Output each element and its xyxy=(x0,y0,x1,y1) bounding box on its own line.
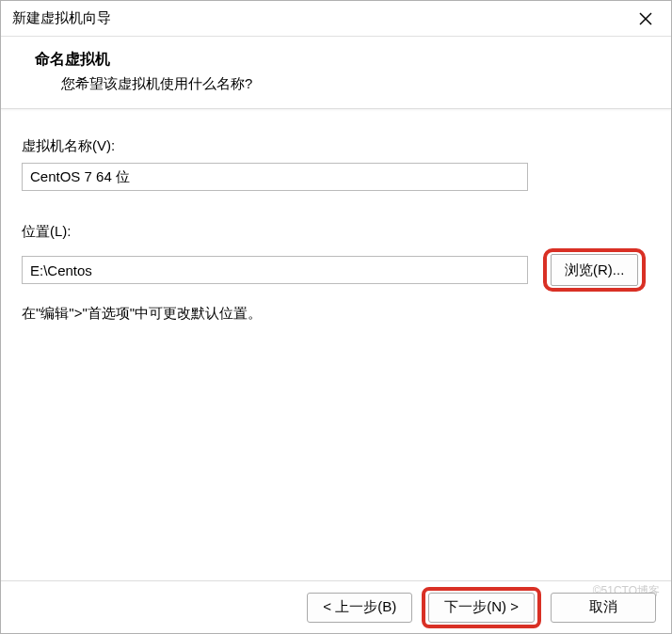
page-subtitle: 您希望该虚拟机使用什么名称? xyxy=(35,75,652,93)
back-button[interactable]: < 上一步(B) xyxy=(307,593,412,623)
location-group: 位置(L): 浏览(R)... xyxy=(22,223,650,292)
wizard-header: 命名虚拟机 您希望该虚拟机使用什么名称? xyxy=(1,37,671,108)
vm-name-input[interactable] xyxy=(22,163,528,191)
vm-name-label: 虚拟机名称(V): xyxy=(22,137,650,155)
location-input[interactable] xyxy=(22,256,528,284)
title-bar: 新建虚拟机向导 xyxy=(1,1,671,37)
page-title: 命名虚拟机 xyxy=(35,50,652,70)
location-label: 位置(L): xyxy=(22,223,650,241)
button-bar: < 上一步(B) 下一步(N) > 取消 xyxy=(1,580,671,633)
content-area: 虚拟机名称(V): 位置(L): 浏览(R)... 在"编辑">"首选项"中可更… xyxy=(1,109,671,323)
next-highlight: 下一步(N) > xyxy=(422,587,541,628)
browse-highlight: 浏览(R)... xyxy=(543,248,646,292)
cancel-button[interactable]: 取消 xyxy=(551,593,656,623)
close-icon[interactable] xyxy=(632,5,660,33)
location-row: 浏览(R)... xyxy=(22,248,650,292)
browse-button[interactable]: 浏览(R)... xyxy=(551,254,638,286)
hint-text: 在"编辑">"首选项"中可更改默认位置。 xyxy=(22,305,650,323)
next-button[interactable]: 下一步(N) > xyxy=(428,593,535,623)
window-title: 新建虚拟机向导 xyxy=(12,9,111,27)
vm-name-group: 虚拟机名称(V): xyxy=(22,137,650,191)
